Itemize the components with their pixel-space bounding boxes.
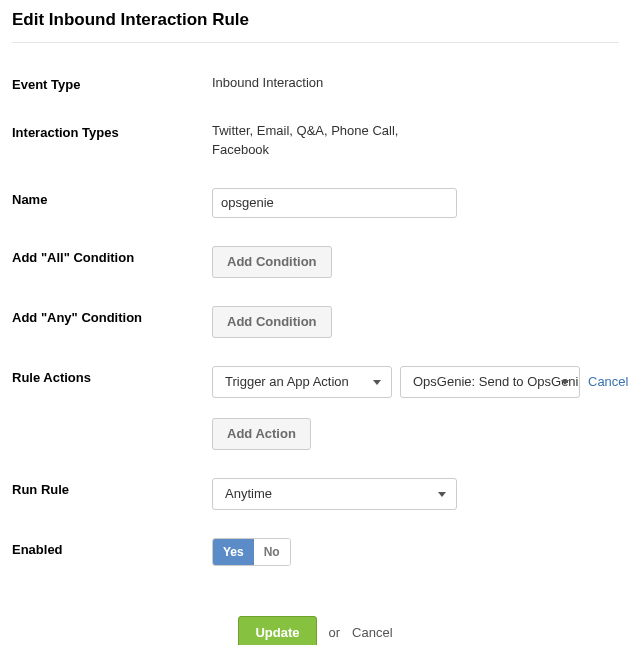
action-type-select[interactable]: Trigger an App Action xyxy=(212,366,392,398)
add-all-condition-button[interactable]: Add Condition xyxy=(212,246,332,278)
chevron-down-icon xyxy=(373,380,381,385)
rule-action-cancel-link[interactable]: Cancel xyxy=(588,374,628,389)
page-title: Edit Inbound Interaction Rule xyxy=(12,10,619,30)
footer-cancel-link[interactable]: Cancel xyxy=(352,625,392,640)
app-action-select[interactable]: OpsGenie: Send to OpsGenie xyxy=(400,366,580,398)
interaction-types-value: Twitter, Email, Q&A, Phone Call, Faceboo… xyxy=(212,121,442,160)
name-input[interactable] xyxy=(212,188,457,218)
interaction-types-label: Interaction Types xyxy=(12,121,212,140)
rule-actions-label: Rule Actions xyxy=(12,366,212,385)
header-divider xyxy=(12,42,619,43)
run-rule-select[interactable]: Anytime xyxy=(212,478,457,510)
run-rule-label: Run Rule xyxy=(12,478,212,497)
add-action-button[interactable]: Add Action xyxy=(212,418,311,450)
add-any-condition-button[interactable]: Add Condition xyxy=(212,306,332,338)
enabled-toggle[interactable]: Yes No xyxy=(212,538,291,566)
footer-or-text: or xyxy=(329,625,341,640)
run-rule-value: Anytime xyxy=(225,486,272,501)
app-action-value: OpsGenie: Send to OpsGenie xyxy=(413,374,580,389)
action-type-value: Trigger an App Action xyxy=(225,374,349,389)
event-type-value: Inbound Interaction xyxy=(212,73,323,93)
enabled-no-option[interactable]: No xyxy=(254,539,290,565)
event-type-label: Event Type xyxy=(12,73,212,92)
add-any-condition-label: Add "Any" Condition xyxy=(12,306,212,325)
name-label: Name xyxy=(12,188,212,207)
add-all-condition-label: Add "All" Condition xyxy=(12,246,212,265)
enabled-yes-option[interactable]: Yes xyxy=(213,539,254,565)
chevron-down-icon xyxy=(561,380,569,385)
chevron-down-icon xyxy=(438,492,446,497)
enabled-label: Enabled xyxy=(12,538,212,557)
update-button[interactable]: Update xyxy=(238,616,316,646)
